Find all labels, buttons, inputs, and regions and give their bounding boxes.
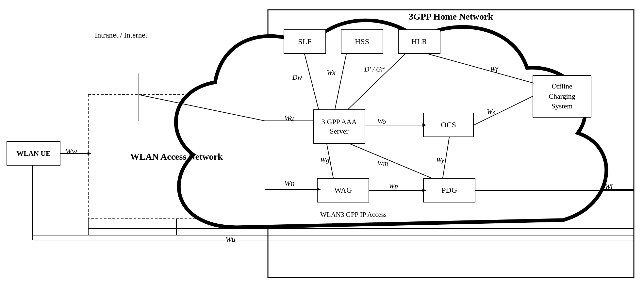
wi-label: Wi xyxy=(604,182,613,191)
pdg-box: PDG xyxy=(423,178,475,202)
intranet-label: Intranet / Internet xyxy=(95,31,147,40)
aaa-server-box: 3 GPP AAA Server xyxy=(313,109,365,144)
dw-label: Dw xyxy=(292,73,302,82)
wx-label: Wx xyxy=(327,69,336,77)
cloud-internet xyxy=(82,10,196,75)
wn-label: Wn xyxy=(284,179,295,188)
wg-label: Wg xyxy=(320,156,329,164)
hss-box: HSS xyxy=(341,29,383,54)
wo-label: Wo xyxy=(377,118,386,126)
ocs-box: OCS xyxy=(423,113,474,137)
wf-label: Wf xyxy=(490,65,498,73)
wag-box: WAG xyxy=(317,178,369,202)
wlan3gpp-label: WLAN3 GPP IP Access xyxy=(320,211,387,219)
ww-label: Ww xyxy=(65,147,77,156)
wlan-ue-box: WLAN UE xyxy=(7,141,60,166)
home-network-title: 3GPP Home Network xyxy=(268,11,634,22)
wp-label: Wp xyxy=(389,182,398,190)
diagram-container: Intranet / Internet 3GPP Home Network WL… xyxy=(0,0,644,290)
wm-label: Wm xyxy=(377,159,388,168)
slf-box: SLF xyxy=(284,29,326,54)
wz-label: Wz xyxy=(487,108,495,116)
hlr-box: HLR xyxy=(398,29,440,54)
wu-label: Wu xyxy=(225,235,236,244)
offline-charging-box: Offline Charging System xyxy=(533,75,591,118)
wy-label: Wy xyxy=(436,156,444,164)
wa-label: Wa xyxy=(284,114,294,122)
d-gr-label: D' / Gr' xyxy=(364,65,385,73)
